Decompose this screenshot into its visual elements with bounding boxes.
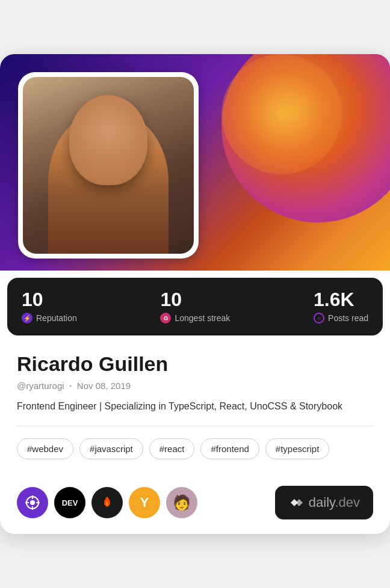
posts-read-value: 1.6K [314, 290, 368, 309]
source-avatar[interactable]: 🧑 [166, 487, 197, 518]
meta-dot: • [69, 381, 72, 391]
source-crosshair[interactable] [17, 487, 48, 518]
reputation-label: ⚡ Reputation [22, 313, 77, 323]
avatar-container [18, 72, 199, 259]
card-body: Ricardo Guillen @ryarturogi • Nov 08, 20… [0, 335, 390, 486]
tag-typescript[interactable]: #typescript [265, 438, 330, 459]
stats-bar: 10 ⚡ Reputation 10 ♻ Longest streak 1.6K… [7, 278, 383, 335]
reputation-value: 10 [22, 290, 77, 309]
profile-name: Ricardo Guillen [17, 352, 373, 376]
daily-logo: daily.dev [288, 494, 360, 511]
streak-value: 10 [160, 290, 230, 309]
profile-handle: @ryarturogi [17, 381, 64, 391]
tag-javascript[interactable]: #javascript [79, 438, 143, 459]
source-fire[interactable] [91, 487, 123, 518]
daily-badge[interactable]: daily.dev [275, 486, 373, 519]
avatar [23, 77, 194, 254]
divider [17, 426, 373, 426]
stat-reputation: 10 ⚡ Reputation [22, 290, 77, 323]
card-header [0, 54, 390, 271]
tag-frontend[interactable]: #frontend [200, 438, 259, 459]
bg-blob-2 [221, 54, 342, 174]
source-icons: DEV Y 🧑 [17, 487, 197, 518]
stat-posts-read: 1.6K ○ Posts read [314, 290, 368, 323]
streak-label: ♻ Longest streak [160, 313, 230, 323]
svg-point-1 [30, 500, 35, 505]
profile-meta: @ryarturogi • Nov 08, 2019 [17, 381, 373, 391]
tags-container: #webdev #javascript #react #frontend #ty… [17, 438, 373, 459]
daily-icon [288, 494, 305, 511]
source-yc[interactable]: Y [129, 487, 160, 518]
profile-join-date: Nov 08, 2019 [77, 381, 131, 391]
tag-react[interactable]: #react [149, 438, 195, 459]
crosshair-icon [24, 494, 41, 511]
stat-streak: 10 ♻ Longest streak [160, 290, 230, 323]
profile-card: 10 ⚡ Reputation 10 ♻ Longest streak 1.6K… [0, 54, 390, 534]
source-dev[interactable]: DEV [54, 487, 85, 518]
card-footer: DEV Y 🧑 daily.dev [0, 486, 390, 534]
tag-webdev[interactable]: #webdev [17, 438, 73, 459]
fire-icon [99, 495, 115, 510]
profile-bio: Frontend Engineer | Specializing in Type… [17, 399, 373, 414]
daily-text: daily.dev [309, 495, 360, 510]
posts-read-icon: ○ [314, 313, 324, 323]
posts-read-label: ○ Posts read [314, 313, 368, 323]
reputation-icon: ⚡ [22, 313, 32, 323]
streak-icon: ♻ [160, 313, 171, 323]
